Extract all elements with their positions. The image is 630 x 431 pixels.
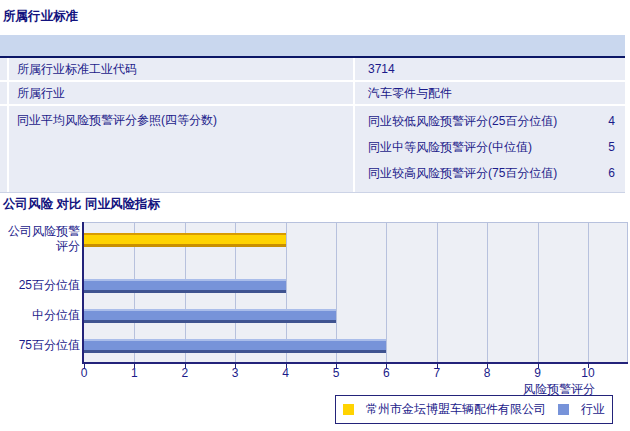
tick-label: 2 — [181, 366, 188, 380]
plot-area — [84, 222, 628, 362]
peer-score-value: 6 — [608, 166, 617, 180]
industry-standard-table: 所属行业标准工业代码 3714 所属行业 汽车零件与配件 同业平均风险预警评分参… — [0, 35, 625, 193]
tick-label: 10 — [581, 366, 594, 380]
row-label: 所属行业标准工业代码 — [0, 58, 355, 80]
legend-item-industry: 行业 — [558, 401, 605, 418]
gridline — [538, 223, 539, 363]
table-row: 所属行业标准工业代码 3714 — [0, 58, 625, 82]
legend-item-company: 常州市金坛博盟车辆配件有限公司 — [343, 401, 546, 418]
category-label: 75百分位值 — [2, 338, 80, 353]
gridline — [437, 223, 438, 363]
comparison-section-title: 公司风险 对比 同业风险指标 — [3, 196, 160, 213]
list-item: 同业较高风险预警评分(75百分位值) 6 — [368, 160, 617, 186]
table-header-band — [0, 35, 625, 58]
peer-score-label: 同业较高风险预警评分(75百分位值) — [368, 165, 608, 182]
list-item: 同业较低风险预警评分(25百分位值) 4 — [368, 108, 617, 134]
chart-x-axis-line — [82, 362, 628, 364]
peer-score-value: 4 — [608, 114, 617, 128]
peer-score-value: 5 — [608, 140, 617, 154]
peer-score-list: 同业较低风险预警评分(25百分位值) 4 同业中等风险预警评分(中位值) 5 同… — [355, 106, 625, 192]
legend-label-industry: 行业 — [581, 401, 605, 418]
row-value: 汽车零件与配件 — [355, 82, 625, 104]
tick-label: 0 — [81, 366, 88, 380]
category-label: 25百分位值 — [2, 278, 80, 293]
industry-series-swatch-icon — [558, 404, 569, 415]
gridline — [386, 223, 387, 363]
tick-label: 6 — [383, 366, 390, 380]
gridline — [588, 223, 589, 363]
tick-label: 8 — [484, 366, 491, 380]
row-label: 所属行业 — [0, 82, 355, 104]
category-label: 公司风险预警评分 — [2, 224, 80, 254]
tick-label: 9 — [534, 366, 541, 380]
row-label: 同业平均风险预警评分参照(四等分数) — [0, 106, 355, 192]
category-label: 中分位值 — [2, 308, 80, 323]
industry-score-bar — [84, 309, 336, 323]
tick-label: 3 — [232, 366, 239, 380]
peer-score-label: 同业中等风险预警评分(中位值) — [368, 139, 608, 156]
company-score-bar — [84, 233, 286, 247]
table-row-peer-scores: 同业平均风险预警评分参照(四等分数) 同业较低风险预警评分(25百分位值) 4 … — [0, 106, 625, 193]
report-page: 所属行业标准 所属行业标准工业代码 3714 所属行业 汽车零件与配件 同业平均… — [0, 0, 630, 431]
tick-label: 7 — [433, 366, 440, 380]
chart-legend: 常州市金坛博盟车辆配件有限公司 行业 — [335, 395, 613, 424]
legend-label-company: 常州市金坛博盟车辆配件有限公司 — [366, 401, 546, 418]
list-item: 同业中等风险预警评分(中位值) 5 — [368, 134, 617, 160]
company-series-swatch-icon — [343, 404, 354, 415]
industry-score-bar — [84, 279, 286, 293]
tick-label: 1 — [131, 366, 138, 380]
row-value: 3714 — [355, 58, 625, 80]
gridline — [487, 223, 488, 363]
tick-label: 4 — [282, 366, 289, 380]
table-row: 所属行业 汽车零件与配件 — [0, 82, 625, 106]
industry-standard-section-title: 所属行业标准 — [3, 8, 78, 25]
industry-score-bar — [84, 339, 386, 353]
tick-label: 5 — [333, 366, 340, 380]
peer-score-label: 同业较低风险预警评分(25百分位值) — [368, 113, 608, 130]
